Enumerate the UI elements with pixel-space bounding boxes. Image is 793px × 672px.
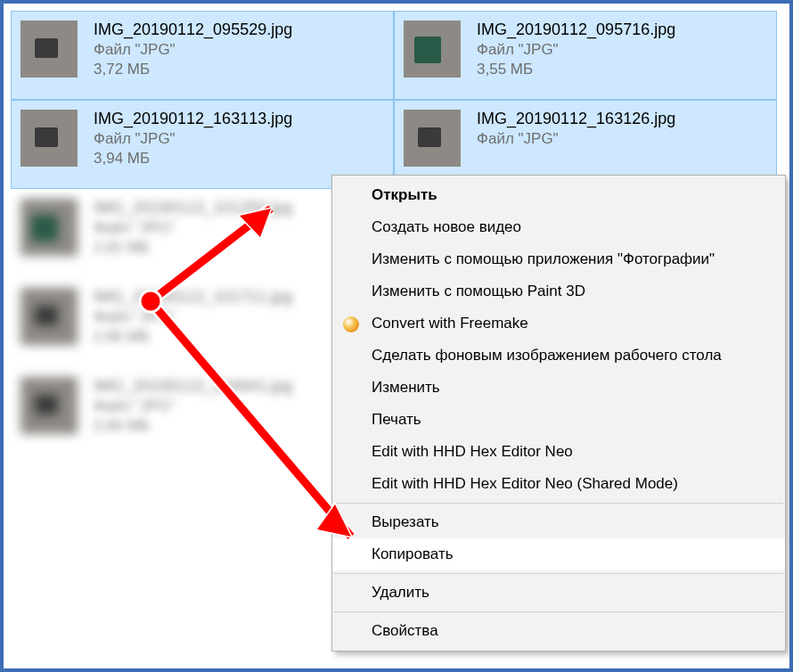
file-size: 2,85 МБ	[94, 328, 292, 346]
file-name: IMG_20190112_095529.jpg	[94, 20, 292, 39]
context-menu-item[interactable]: Свойства	[332, 615, 785, 647]
context-menu: ОткрытьСоздать новое видеоИзменить с пом…	[331, 175, 786, 652]
context-menu-item[interactable]: Открыть	[332, 179, 785, 211]
file-thumbnail	[20, 20, 78, 78]
context-menu-item[interactable]: Удалить	[332, 577, 785, 609]
file-text: IMG_20190112_095529.jpgФайл "JPG"3,72 МБ	[94, 20, 292, 78]
context-menu-item[interactable]: Копировать	[332, 538, 785, 570]
file-text: IMG_20190112_095716.jpgФайл "JPG"3,55 МБ	[477, 20, 675, 78]
file-size: 2,84 МБ	[94, 417, 292, 435]
file-type: Файл "JPG"	[94, 308, 292, 326]
file-thumbnail	[20, 199, 78, 256]
explorer-window: IMG_20190112_095529.jpgФайл "JPG"3,72 МБ…	[0, 0, 793, 672]
file-size: 3,72 МБ	[94, 61, 292, 78]
file-text: IMG_20190112_163126.jpgФайл "JPG"	[477, 110, 675, 148]
file-item[interactable]: IMG_20190112_095716.jpgФайл "JPG"3,55 МБ	[394, 11, 777, 100]
context-menu-item[interactable]: Изменить с помощью приложения "Фотографи…	[332, 243, 785, 275]
file-type: Файл "JPG"	[94, 397, 292, 415]
file-name: IMG_20190113_101250.jpg	[94, 199, 292, 217]
file-thumbnail	[20, 377, 78, 434]
context-menu-item[interactable]: Сделать фоновым изображением рабочего ст…	[332, 340, 785, 372]
context-menu-item[interactable]: Печать	[332, 404, 785, 436]
context-menu-item[interactable]: Вырезать	[332, 506, 785, 538]
file-thumbnail	[404, 20, 461, 78]
file-size: 2,81 МБ	[94, 239, 292, 257]
context-menu-item[interactable]: Изменить с помощью Paint 3D	[332, 275, 785, 307]
file-type: Файл "JPG"	[477, 130, 675, 148]
file-thumbnail	[20, 288, 78, 345]
file-text: IMG_20190113_204941.jpgФайл "JPG"2,84 МБ	[94, 377, 292, 435]
file-name: IMG_20190112_163126.jpg	[477, 110, 675, 128]
context-menu-item[interactable]: Edit with HHD Hex Editor Neo (Shared Mod…	[332, 468, 785, 500]
context-menu-item[interactable]: Edit with HHD Hex Editor Neo	[332, 436, 785, 468]
context-menu-separator	[334, 573, 783, 574]
file-type: Файл "JPG"	[94, 130, 292, 148]
context-menu-separator	[334, 503, 783, 504]
file-type: Файл "JPG"	[94, 219, 292, 237]
file-text: IMG_20190112_163113.jpgФайл "JPG"3,94 МБ	[94, 110, 292, 168]
file-name: IMG_20190112_095716.jpg	[477, 20, 675, 39]
file-thumbnail	[404, 110, 461, 167]
file-name: IMG_20190112_163113.jpg	[94, 110, 292, 128]
file-text: IMG_20190113_101711.jpgФайл "JPG"2,85 МБ	[94, 288, 292, 346]
context-menu-separator	[334, 611, 783, 612]
file-type: Файл "JPG"	[94, 41, 292, 59]
context-menu-item[interactable]: Convert with Freemake	[332, 307, 785, 340]
file-size: 3,94 МБ	[94, 150, 292, 168]
file-name: IMG_20190113_101711.jpg	[94, 288, 292, 307]
context-menu-item[interactable]: Создать новое видео	[332, 211, 785, 243]
file-thumbnail	[20, 110, 78, 167]
file-name: IMG_20190113_204941.jpg	[94, 377, 292, 396]
file-type: Файл "JPG"	[477, 41, 675, 59]
file-text: IMG_20190113_101250.jpgФайл "JPG"2,81 МБ	[94, 199, 292, 257]
file-size: 3,55 МБ	[477, 61, 675, 78]
context-menu-item[interactable]: Изменить	[332, 372, 785, 404]
file-item[interactable]: IMG_20190112_095529.jpgФайл "JPG"3,72 МБ	[11, 11, 394, 100]
